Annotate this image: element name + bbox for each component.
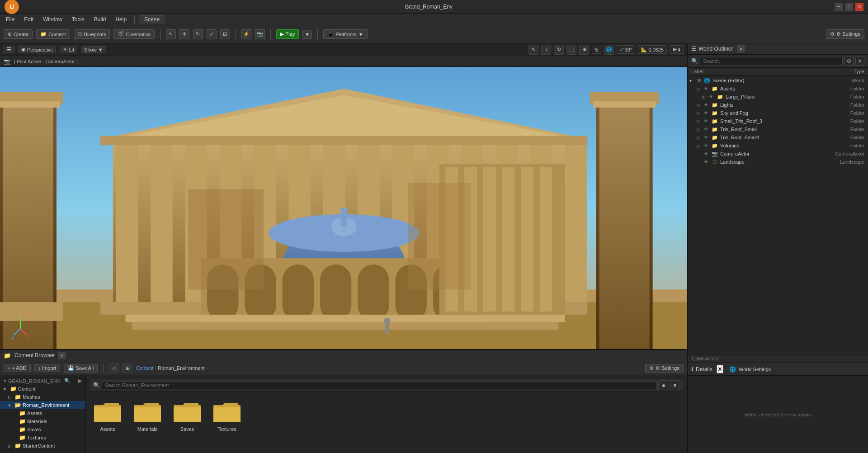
assets-tree-type: Folder xyxy=(850,86,868,91)
snap-button[interactable]: ⚡ xyxy=(241,29,251,39)
tree-volumes[interactable]: ▷ 👁 📁 Volumes Folder xyxy=(688,142,868,150)
scale-tool-button[interactable]: ⤢ xyxy=(207,29,217,39)
breadcrumb-roman-env[interactable]: Roman_Environment xyxy=(158,365,204,371)
save-all-button[interactable]: 💾 Save All xyxy=(64,364,98,373)
create-button[interactable]: ⊕ Create xyxy=(4,29,33,39)
svg-marker-66 xyxy=(94,403,119,405)
scene-tab[interactable]: Scene xyxy=(139,15,165,24)
sidebar-starter-content[interactable]: ▷ 📁 StarterContent xyxy=(0,442,85,450)
minimize-button[interactable]: ─ xyxy=(835,3,843,11)
folder-textures[interactable]: Textures xyxy=(209,396,245,434)
vp-camera-btn[interactable]: 🌐 xyxy=(604,45,614,55)
sidebar-content[interactable]: ▾ 📁 Content xyxy=(0,385,85,393)
content-button[interactable]: 📁 Content xyxy=(36,29,70,39)
menu-file[interactable]: File xyxy=(2,15,18,24)
sidebar-textures[interactable]: 📁 Textures xyxy=(0,434,85,442)
world-settings-tab[interactable]: 🌐 World Settings xyxy=(729,366,771,373)
world-outliner-header: ☰ World Outliner ✕ xyxy=(688,43,868,55)
menu-edit[interactable]: Edit xyxy=(20,15,37,24)
close-outliner-button[interactable]: ✕ xyxy=(737,45,745,52)
close-button[interactable]: ✕ xyxy=(855,3,863,11)
sidebar-meshes[interactable]: ▷ 📁 Meshes xyxy=(0,393,85,401)
outliner-search-input[interactable] xyxy=(700,57,843,65)
blueprints-icon: ⬡ xyxy=(78,31,82,37)
blueprints-label: Blueprints xyxy=(84,32,106,37)
content-browser-title: Content Browser xyxy=(14,352,55,359)
play-options-button[interactable]: ▼ xyxy=(302,30,312,39)
project-search-icon[interactable]: 🔍 xyxy=(64,378,71,384)
lit-label: Lit xyxy=(69,47,74,52)
blueprints-button[interactable]: ⬡ Blueprints xyxy=(74,29,110,39)
textures-folder-icon: 📁 xyxy=(19,434,26,441)
cb-search-input[interactable] xyxy=(102,381,656,389)
folder-saves[interactable]: Saves xyxy=(169,396,205,434)
main-toolbar: ⊕ Create 📁 Content ⬡ Blueprints 🎬 Cinema… xyxy=(0,25,868,43)
menu-window[interactable]: Window xyxy=(39,15,66,24)
show-button[interactable]: Show ▼ xyxy=(81,46,106,53)
content-browser-header: 📁 Content Browser ✕ xyxy=(0,350,687,361)
details-close-button[interactable]: ✕ xyxy=(717,365,723,373)
play-button[interactable]: ▶ Play xyxy=(276,29,299,39)
content-browser-close-button[interactable]: ✕ xyxy=(58,352,66,359)
settings-button[interactable]: ⚙ ⚙ Settings xyxy=(826,29,864,39)
transform-tool-button[interactable]: ⊞ xyxy=(220,29,230,39)
perspective-button[interactable]: ◉ Perspective xyxy=(18,46,56,53)
outliner-settings-btn[interactable]: ⚙ xyxy=(844,57,854,66)
tree-camera-actor[interactable]: 👁 📷 CameraActor CameraActor xyxy=(688,150,868,158)
sidebar-saves[interactable]: 📁 Saves xyxy=(0,425,85,434)
content-browser-icon: 📁 xyxy=(4,352,11,359)
assets-vis: 👁 xyxy=(704,86,711,91)
sidebar-materials[interactable]: 📁 Materials xyxy=(0,417,85,425)
camera-actor-label: CameraActor xyxy=(720,151,835,156)
project-arrow-right[interactable]: ▶ xyxy=(78,378,82,384)
tree-sky-fog[interactable]: ▷ 👁 📁 Sky and Fog Folder xyxy=(688,109,868,117)
vp-mode-btn[interactable]: ⊞ xyxy=(579,45,589,55)
viewport-right-tools: ↖ + ↻ ⬚ ⊞ 5 🌐 ⤢ 90° 📐 0.0625 xyxy=(528,45,684,55)
viewport-options-button[interactable]: ☰ xyxy=(4,46,14,53)
select-tool-button[interactable]: ↖ xyxy=(166,29,176,39)
menu-tools[interactable]: Tools xyxy=(68,15,88,24)
tree-landscape[interactable]: 👁 ⬡ Landscape Landscape xyxy=(688,158,868,166)
svg-text:Y: Y xyxy=(19,317,22,321)
sidebar-assets[interactable]: 📁 Assets xyxy=(0,409,85,417)
menu-help[interactable]: Help xyxy=(112,15,130,24)
camera-button[interactable]: 📷 xyxy=(255,29,265,39)
sidebar-roman-env[interactable]: ▾ 📂 Roman_Environment xyxy=(0,401,85,409)
menu-build[interactable]: Build xyxy=(90,15,110,24)
svg-text:X: X xyxy=(26,336,29,340)
small-tris-vis: 👁 xyxy=(704,119,711,123)
cb-filter-button[interactable]: ⊞ xyxy=(658,380,668,390)
tree-assets[interactable]: ▷ 👁 📁 Assets Folder xyxy=(688,85,868,93)
lit-button[interactable]: ☀ Lit xyxy=(60,46,77,53)
vp-grid-btn[interactable]: ⬚ xyxy=(566,45,576,55)
vp-snap-btn[interactable]: ↻ xyxy=(554,45,564,55)
folder-assets-label: Assets xyxy=(100,426,115,432)
tree-tris-roof-small1[interactable]: ▷ 👁 📁 Tris_Roof_Small1 Folder xyxy=(688,133,868,142)
viewport-scene[interactable]: Z X Y xyxy=(0,67,687,349)
tree-large-pillars[interactable]: ▷ 👁 📁 Large_Pillars Folder xyxy=(688,93,868,101)
folder-materials[interactable]: Materials xyxy=(129,396,165,434)
pillars-expand: ▷ xyxy=(702,94,709,99)
add-button[interactable]: + + ADD xyxy=(4,364,31,372)
vp-select-btn[interactable]: ↖ xyxy=(528,45,538,55)
tree-lights[interactable]: ▷ 👁 📁 Lights Folder xyxy=(688,101,868,109)
project-label[interactable]: ▾ GRAND_ROMAN_ENV 🔍 ▶ xyxy=(0,377,85,385)
starter-folder-icon: 📁 xyxy=(14,443,21,449)
cb-settings-button[interactable]: ⚙ ⚙ Settings xyxy=(645,364,684,373)
cb-history-back[interactable]: ◁ xyxy=(109,363,119,373)
breadcrumb-content[interactable]: Content xyxy=(136,365,154,371)
platforms-button[interactable]: 📱 Platforms ▼ xyxy=(323,29,367,39)
cb-sort-button[interactable]: ≡ xyxy=(670,380,680,390)
outliner-filter-btn[interactable]: ≡ xyxy=(855,57,864,66)
tree-small-tris[interactable]: ▷ 👁 📁 Small_Tris_Roof_3 Folder xyxy=(688,117,868,125)
cinematics-button[interactable]: 🎬 Cinematics xyxy=(113,29,154,39)
move-tool-button[interactable]: ✛ xyxy=(179,29,189,39)
restore-button[interactable]: □ xyxy=(845,3,853,11)
import-button[interactable]: ↓ Import xyxy=(34,364,61,372)
tree-tris-roof-small[interactable]: ▷ 👁 📁 Tris_Roof_Small Folder xyxy=(688,125,868,133)
folder-assets[interactable]: Assets xyxy=(90,396,126,434)
vp-add-btn[interactable]: + xyxy=(541,45,551,55)
rotate-tool-button[interactable]: ↻ xyxy=(193,29,203,39)
cb-history-forward[interactable]: ⊞ xyxy=(123,363,132,373)
tree-scene-root[interactable]: ▾ 👁 🌐 Scene (Editor) World xyxy=(688,76,868,85)
